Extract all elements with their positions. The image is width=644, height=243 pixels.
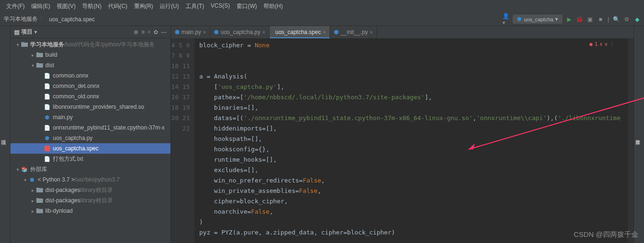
tree-row[interactable]: ⬢uos_captcha.py xyxy=(10,133,170,143)
menu-item[interactable]: 代码(C) xyxy=(106,2,130,11)
tree-row[interactable]: 📄common.onnx xyxy=(10,70,170,81)
editor-area: ⬢main.py×⬢uos_captcha.py×uos_captcha.spe… xyxy=(171,26,634,243)
dropdown-icon[interactable]: ▾ xyxy=(34,29,37,35)
editor-tabs: ⬢main.py×⬢uos_captcha.py×uos_captcha.spe… xyxy=(171,26,634,38)
divider: | xyxy=(608,16,609,23)
editor-tab[interactable]: ⬢uos_captcha.py× xyxy=(210,26,270,38)
chevron-up-icon[interactable]: ∧ xyxy=(600,41,603,47)
error-icon: ● xyxy=(590,41,593,47)
sidebar-tools: ⊕ ≡ ÷ ✿ — xyxy=(134,29,167,35)
menu-item[interactable]: 视图(V) xyxy=(54,2,78,11)
tree-row[interactable]: uos_captcha.spec xyxy=(10,143,170,154)
search-icon[interactable]: 🔍 xyxy=(613,16,619,23)
left-tool-tabs[interactable]: 项目 xyxy=(0,26,10,243)
right-tool-tabs[interactable]: 数据库 xyxy=(634,26,644,243)
tree-row[interactable]: ▾⬢< Python 3.7 > /usr/bin/python3.7 xyxy=(10,174,170,185)
coverage-button[interactable]: ▣ xyxy=(587,16,593,23)
tree-row[interactable]: ▸lib-dynload xyxy=(10,206,170,216)
breadcrumb-folder[interactable]: 学习本地服务 xyxy=(4,15,38,23)
menu-item[interactable]: 文件(F) xyxy=(4,2,27,11)
run-config-selector[interactable]: ⬢ uos_captcha ▾ xyxy=(513,15,562,24)
main-area: 项目 ▤ 项目 ▾ ⊕ ≡ ÷ ✿ — ▾学习本地服务 /host/代码仓库/p… xyxy=(0,26,644,243)
chevron-right-icon: 〉 xyxy=(40,15,45,23)
close-icon[interactable]: × xyxy=(323,29,326,35)
menu-item[interactable]: 工具(T) xyxy=(183,2,206,11)
close-icon[interactable]: × xyxy=(263,29,265,35)
menu-item[interactable]: 导航(N) xyxy=(80,2,104,11)
more-icon[interactable]: ⋮ xyxy=(610,41,615,47)
tree-row[interactable]: ▾📚外部库 xyxy=(10,164,170,174)
project-icon: ▤ xyxy=(14,29,19,35)
code-area[interactable]: 4 5 6 7 8 9 10 11 12 13 14 15 16 17 18 1… xyxy=(171,38,634,243)
tree-row[interactable]: ▾学习本地服务 /host/代码仓库/python/学习本地服务 xyxy=(10,39,170,50)
tree-row[interactable]: ▸dist-packages library根目录 xyxy=(10,185,170,195)
expand-icon[interactable]: ≡ xyxy=(141,29,144,35)
breadcrumb-file[interactable]: uos_captcha.spec xyxy=(49,16,95,23)
code-content[interactable]: block_cipher = None a = Analysis( ['uos_… xyxy=(195,38,628,243)
settings-icon[interactable]: ⚙ xyxy=(623,16,630,23)
minimap[interactable] xyxy=(628,38,634,243)
debug-button[interactable]: 🐞 xyxy=(576,16,583,23)
project-sidebar: ▤ 项目 ▾ ⊕ ≡ ÷ ✿ — ▾学习本地服务 /host/代码仓库/pyth… xyxy=(10,26,171,243)
tree-row[interactable]: ⬢main.py xyxy=(10,112,170,122)
dropdown-icon: ▾ xyxy=(555,16,558,22)
hide-icon[interactable]: — xyxy=(161,29,167,35)
plugin-icon[interactable]: ◆ xyxy=(634,16,640,23)
editor-tab[interactable]: uos_captcha.spec× xyxy=(270,26,330,38)
error-indicator[interactable]: ● 1 ∧ ∨ ⋮ xyxy=(590,41,615,47)
navigation-bar: 学习本地服务 〉 uos_captcha.spec 👤▾ ⬢ uos_captc… xyxy=(0,13,644,26)
toolbar-right: 👤▾ ⬢ uos_captcha ▾ ▶ 🐞 ▣ ■ | 🔍 ⚙ ◆ xyxy=(502,15,640,24)
close-icon[interactable]: × xyxy=(203,29,206,35)
collapse-icon[interactable]: ÷ xyxy=(147,29,151,35)
tree-row[interactable]: 📄打包方式.txt xyxy=(10,154,170,164)
menu-item[interactable]: VCS(S) xyxy=(208,2,232,11)
breadcrumb[interactable]: 学习本地服务 〉 uos_captcha.spec xyxy=(4,15,95,23)
menu-item[interactable]: 重构(R) xyxy=(132,2,156,11)
tree-row[interactable]: 📄common_det.onnx xyxy=(10,81,170,91)
gear-icon[interactable]: ✿ xyxy=(153,29,158,35)
menu-item[interactable]: 窗口(W) xyxy=(234,2,259,11)
tree-row[interactable]: 📄onnxruntime_pybind11_state.cpython-37m-… xyxy=(10,122,170,133)
python-icon: ⬢ xyxy=(517,16,522,22)
line-gutter: 4 5 6 7 8 9 10 11 12 13 14 15 16 17 18 1… xyxy=(171,38,195,243)
tree-row[interactable]: 📄common_old.onnx xyxy=(10,91,170,102)
tree-row[interactable]: 📄libonnxruntime_providers_shared.so xyxy=(10,102,170,112)
user-icon[interactable]: 👤▾ xyxy=(502,16,509,23)
select-open-icon[interactable]: ⊕ xyxy=(134,29,138,35)
editor-tab[interactable]: ⬢__init__.py× xyxy=(330,26,377,38)
chevron-down-icon[interactable]: ∨ xyxy=(604,41,608,47)
run-button[interactable]: ▶ xyxy=(566,16,573,23)
close-icon[interactable]: × xyxy=(370,29,373,35)
sidebar-header: ▤ 项目 ▾ ⊕ ≡ ÷ ✿ — xyxy=(10,26,170,38)
tree-row[interactable]: ▾dist xyxy=(10,60,170,70)
menu-item[interactable]: 编辑(E) xyxy=(29,2,52,11)
tree-row[interactable]: ▸dist-packages library根目录 xyxy=(10,195,170,206)
tree-row[interactable]: ▸build xyxy=(10,50,170,60)
stop-button[interactable]: ■ xyxy=(597,16,604,23)
menu-item[interactable]: 帮助(H) xyxy=(261,2,285,11)
menu-item[interactable]: 运行(U) xyxy=(157,2,181,11)
sidebar-title[interactable]: ▤ 项目 ▾ xyxy=(14,28,37,36)
menu-bar: 文件(F)编辑(E)视图(V)导航(N)代码(C)重构(R)运行(U)工具(T)… xyxy=(0,0,644,13)
editor-tab[interactable]: ⬢main.py× xyxy=(171,26,210,38)
project-tree[interactable]: ▾学习本地服务 /host/代码仓库/python/学习本地服务▸build▾d… xyxy=(10,38,170,243)
